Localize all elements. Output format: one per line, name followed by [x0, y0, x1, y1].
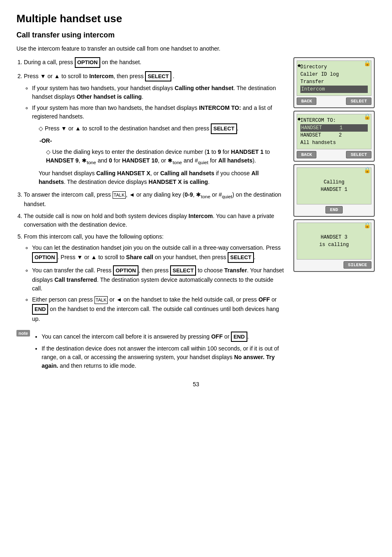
devices-column: ◆ 🔒 Directory Caller ID log Transfer Int…: [293, 57, 376, 272]
screen-line-4-2: HANDSET 3: [321, 234, 348, 241]
diamond-list-2: Use the dialing keys to enter the destin…: [39, 148, 285, 166]
note-2: If the destination device does not answe…: [42, 344, 285, 370]
screen-line-3-2: Calling: [324, 179, 344, 186]
screen-line-4-4: [332, 248, 335, 256]
device-2: ◆ 🔒 INTERCOM TO: HANDSET 1 HANDSET 2 All…: [293, 111, 375, 162]
lock-icon-4: 🔒: [364, 222, 371, 229]
select-button-label: SELECT: [145, 71, 171, 82]
diamond-1: Press ▼ or ▲ to scroll to the destinatio…: [39, 123, 285, 134]
back-button-1[interactable]: BACK: [297, 97, 316, 105]
screen-line-2-2: HANDSET 2: [300, 132, 368, 139]
screen-line-2-3: All handsets: [300, 139, 368, 146]
step-5: From this intercom call, you have the fo…: [24, 232, 285, 323]
device-4: 🔒 HANDSET 3 is calling SILENCE: [293, 219, 375, 272]
lock-icon-3: 🔒: [364, 167, 371, 174]
step-3: To answer the intercom call, press TALK,…: [24, 190, 285, 209]
device-2-buttons: BACK SELECT: [294, 149, 374, 161]
end-button-3[interactable]: END: [325, 206, 343, 214]
step2-end: .: [173, 73, 175, 79]
steps-list: During a call, press OPTION on the hands…: [16, 57, 285, 323]
note-box: note You can cancel the intercom call be…: [16, 329, 285, 373]
talk-icon: TALK: [113, 191, 126, 199]
step-2: Press ▼ or ▲ to scroll to Intercom, then…: [24, 71, 285, 186]
note-1: You can cancel the intercom call before …: [42, 332, 285, 342]
select-btn-transfer: SELECT: [170, 265, 196, 276]
star-tone-1: ✱tone: [82, 157, 96, 164]
device-1-screen: Directory Caller ID log Transfer Interco…: [297, 60, 371, 96]
hash-quiet-2: #quiet: [219, 191, 232, 198]
diamond-list: Press ▼ or ▲ to scroll to the destinatio…: [32, 123, 285, 134]
device-3: 🔒 Calling HANDSET 1 END: [293, 164, 375, 217]
page-title: Multiple handset use: [16, 12, 376, 25]
back-button-2[interactable]: BACK: [297, 151, 316, 158]
device-3-buttons: END: [294, 204, 374, 216]
talk-icon-2: TALK: [95, 296, 108, 304]
diamond-2: Use the dialing keys to enter the destin…: [46, 148, 285, 166]
option-share-call: You can let the destination handset join…: [32, 244, 285, 263]
silence-button-4[interactable]: SILENCE: [344, 261, 371, 269]
screen-line-2-0: INTERCOM TO:: [300, 117, 368, 124]
screen-line-2-1-highlight: HANDSET 1: [300, 124, 368, 132]
or-divider: -OR-: [39, 137, 285, 145]
screen-line-3-3: HANDSET 1: [321, 186, 348, 193]
option-btn-share: OPTION: [32, 252, 58, 263]
step1-text: During a call, press: [24, 59, 75, 65]
star-tone-2: ✱tone: [168, 157, 182, 164]
option-transfer: You can transfer the call. Press OPTION,…: [32, 265, 285, 293]
screen-line-1-3: Transfer: [300, 78, 368, 86]
step-4: The outside call is now on hold and both…: [24, 212, 285, 229]
option-end-intercom: Either person can press TALK or ◄ on the…: [32, 295, 285, 323]
end-btn-note: END: [231, 332, 247, 342]
screen-line-4-3: is calling: [319, 241, 349, 248]
section-subtitle: Call transfer using intercom: [16, 31, 376, 39]
screen-line-1-4-highlight: Intercom: [300, 86, 368, 93]
select-btn-diamond: SELECT: [211, 123, 237, 134]
notes-list: You can cancel the intercom call before …: [34, 332, 285, 371]
bullet-two-handsets: If your system has two handsets, your ha…: [32, 84, 285, 101]
step2-text: Press ▼ or ▲ to scroll to Intercom, then…: [24, 73, 145, 79]
screen-line-1-2: Caller ID log: [300, 71, 368, 78]
device-4-screen: HANDSET 3 is calling: [297, 223, 371, 260]
select-button-2[interactable]: SELECT: [346, 151, 371, 158]
end-btn-label: END: [32, 304, 48, 315]
device-4-buttons: SILENCE: [294, 260, 374, 271]
intro-text: Use the intercom feature to transfer an …: [16, 44, 376, 53]
option-button-label: OPTION: [75, 57, 100, 68]
page-number: 53: [16, 381, 376, 388]
device-2-screen: INTERCOM TO: HANDSET 1 HANDSET 2 All han…: [297, 114, 371, 149]
screen-line-4-1: [332, 226, 335, 234]
screen-line-3-4: [332, 193, 335, 201]
device-1-buttons: BACK SELECT: [294, 96, 374, 107]
text-column: During a call, press OPTION on the hands…: [16, 57, 285, 373]
scroll-arrow-icon-1: ◆: [297, 62, 301, 69]
select-button-1[interactable]: SELECT: [346, 97, 371, 105]
lock-icon-2: 🔒: [364, 113, 371, 120]
options-list: You can let the destination handset join…: [24, 244, 285, 323]
scroll-arrow-icon-2: ◆: [297, 116, 301, 122]
note-content: You can cancel the intercom call before …: [34, 329, 285, 373]
bullet-more-handsets: If your system has more than two handset…: [32, 104, 285, 186]
step-1: During a call, press OPTION on the hands…: [24, 57, 285, 68]
star-tone-3: ✱tone: [196, 191, 210, 198]
screen-line-3-1: [332, 171, 335, 179]
device-3-screen: Calling HANDSET 1: [297, 167, 371, 204]
device-1: ◆ 🔒 Directory Caller ID log Transfer Int…: [293, 57, 375, 108]
handset-display-note: Your handset displays Calling HANDSET X,…: [39, 169, 285, 186]
option-btn-transfer: OPTION: [113, 265, 138, 276]
note-label: note: [16, 330, 30, 337]
screen-line-1-1: Directory: [300, 63, 368, 71]
step1-after: on the handset.: [101, 59, 141, 65]
hash-quiet: #quiet: [195, 157, 208, 164]
select-btn-share: SELECT: [228, 252, 254, 263]
lock-icon-1: 🔒: [364, 60, 371, 67]
step2-bullets: If your system has two handsets, your ha…: [24, 84, 285, 186]
